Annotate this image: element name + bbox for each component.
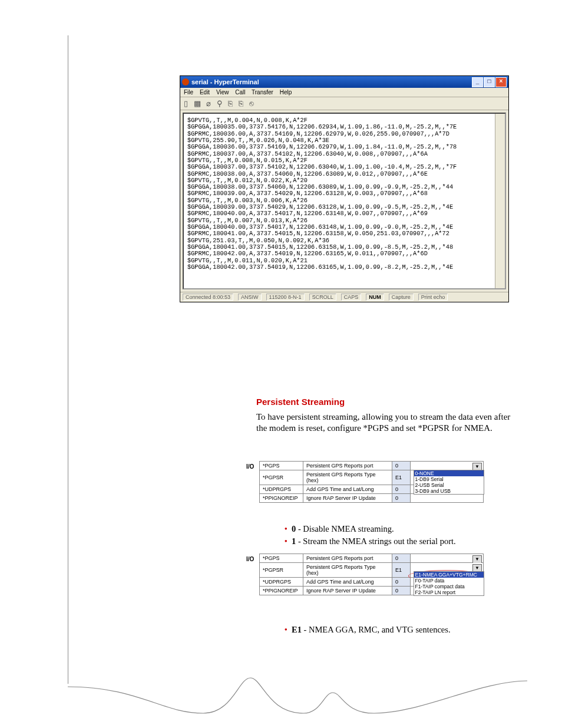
- dropdown-option[interactable]: 3-DB9 and USB: [414, 488, 484, 494]
- hyperterminal-window: serial - HyperTerminal _ □ × File Edit V…: [180, 75, 509, 302]
- cfg-key: *PGPS: [260, 462, 303, 470]
- app-icon: [182, 78, 189, 85]
- io-label-2: I/O: [246, 556, 254, 562]
- bullet-list-1: 0 - Disable NMEA streaming. 1 - Stream t…: [268, 523, 456, 549]
- menu-bar[interactable]: File Edit View Call Transfer Help: [180, 88, 508, 97]
- status-caps: CAPS: [341, 294, 362, 301]
- maximize-button[interactable]: □: [484, 77, 495, 87]
- dropdown-list[interactable]: 0-NONE 1-DB9 Serial 2-USB Serial 3-DB9 a…: [414, 470, 484, 495]
- status-bar: Connected 8:00:53 ANSIW 115200 8-N-1 SCR…: [180, 292, 508, 302]
- status-printecho: Print echo: [418, 294, 448, 301]
- section-heading: Persistent Streaming: [256, 397, 345, 407]
- minimize-button[interactable]: _: [472, 77, 483, 87]
- dropdown-list-2[interactable]: E1-NMEA GGA+VTG+RMC F0-TAIP data F1-TAIP…: [414, 571, 484, 596]
- table-row: *PPIGNOREIPIgnore RAP Server IP Update0: [260, 494, 484, 503]
- menu-view[interactable]: View: [216, 89, 229, 95]
- status-num: NUM: [366, 294, 384, 301]
- dropdown-option[interactable]: F0-TAIP data: [414, 578, 484, 584]
- close-button[interactable]: ×: [495, 77, 507, 87]
- list-item: E1 - NMEA GGA, RMC, and VTG sentences.: [292, 624, 451, 637]
- io-label-1: I/O: [246, 463, 254, 470]
- status-capture: Capture: [389, 294, 414, 301]
- status-detect: ANSIW: [238, 294, 262, 301]
- menu-call[interactable]: Call: [235, 89, 245, 95]
- cfg-desc: Persistent GPS Reports port: [303, 462, 392, 470]
- table-row: *PGPSPersistent GPS Reports port0 ▼ 0-NO…: [260, 462, 484, 470]
- footer-wave-decoration: [68, 675, 527, 722]
- menu-help[interactable]: Help: [280, 89, 292, 95]
- menu-edit[interactable]: Edit: [200, 89, 210, 95]
- dropdown-option[interactable]: 2-USB Serial: [414, 482, 484, 488]
- list-item: 1 - Stream the NMEA strings out the seri…: [292, 535, 456, 548]
- left-margin-rule: [68, 35, 68, 684]
- config-table-1: *PGPSPersistent GPS Reports port0 ▼ 0-NO…: [259, 461, 484, 503]
- dropdown-option[interactable]: F1-TAIP compact data: [414, 584, 484, 589]
- dropdown-option[interactable]: F2-TAIP LN report: [414, 589, 484, 595]
- table-row: *PGPSRPersistent GPS Reports Type (hex)E…: [260, 563, 484, 578]
- dropdown-option[interactable]: E1-NMEA GGA+VTG+RMC: [414, 572, 484, 578]
- status-scroll: SCROLL: [309, 294, 336, 301]
- window-title: serial - HyperTerminal: [191, 78, 259, 85]
- dropdown-option[interactable]: 1-DB9 Serial: [414, 476, 484, 482]
- body-paragraph: To have persistent streaming, allowing y…: [256, 411, 513, 434]
- status-baud: 115200 8-N-1: [266, 294, 305, 301]
- terminal-output[interactable]: $GPVTG,,T,,M,0.004,N,0.008,K,A*2F $GPGGA…: [183, 113, 506, 289]
- menu-file[interactable]: File: [184, 89, 193, 95]
- cfg-val: 0: [392, 462, 411, 470]
- dropdown-option[interactable]: 0-NONE: [414, 470, 484, 476]
- scrollbar[interactable]: [495, 114, 505, 288]
- table-row: *PGPSPersistent GPS Reports port0▼: [260, 554, 484, 563]
- menu-transfer[interactable]: Transfer: [252, 89, 273, 95]
- bullet-list-2: E1 - NMEA GGA, RMC, and VTG sentences.: [268, 624, 451, 637]
- config-table-2: *PGPSPersistent GPS Reports port0▼ *PGPS…: [259, 554, 484, 595]
- window-titlebar[interactable]: serial - HyperTerminal _ □ ×: [180, 76, 508, 88]
- cfg-ctrl[interactable]: ▼ 0-NONE 1-DB9 Serial 2-USB Serial 3-DB9…: [411, 462, 484, 470]
- status-connected: Connected 8:00:53: [183, 294, 233, 301]
- toolbar[interactable]: ▯ ▩ ⌀ ⚲ ⎘ ⎘ ⎋: [180, 97, 508, 110]
- list-item: 0 - Disable NMEA streaming.: [292, 523, 456, 536]
